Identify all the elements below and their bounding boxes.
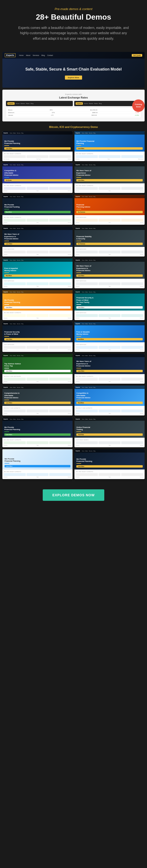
demo-body-1: WE ARE READY EXPERTS Our ServicesOur Tea… [2,152,73,161]
demo-services-10 [76,282,143,285]
demo-body-9: OUR SERVICES ServicesTeamContact [2,279,73,288]
service-item-4 [76,155,98,158]
demo-section-2: WE ARE READY EXPERTS [76,153,143,154]
service-item-19 [4,250,26,253]
hero-nav-links: Home About Services Blog Contact [19,55,53,56]
demo-row-3: Experts HomeAboutServicesBlog We Provide… [2,195,145,225]
exchange-card-2: Experts HomeMarketRatesBlog [74,101,141,106]
demo-services-1 [4,155,71,158]
service-item-37 [4,346,26,349]
demo-services-2 [76,155,143,158]
demo-services-8 [76,250,143,253]
demo-labels-4: ServicesTeamContact [76,190,143,191]
demo-hero-11: Experts HomeAboutServicesBlog We Provide… [2,290,73,311]
demo-accent-21 [4,463,9,464]
exchange-wrapper: Experts comes with Latest Exchange Rates… [0,90,147,121]
service-item-21 [49,250,71,253]
demo-content-1: We ProvideFinancIal Planning Learn More [2,131,73,152]
demo-card-4[interactable]: Experts HomeAboutServicesBlog We Have Ye… [74,163,145,193]
demo-card-17[interactable]: Experts HomeAboutServicesBlog Comprehens… [2,385,73,415]
exchange-row-2: EthereumETH$890.00-1.2% [7,112,140,114]
demo-labels-6: ServicesTeamContact [76,222,143,223]
demo-section-20: FEATURED DEMOS [76,439,143,441]
demo-card-16[interactable]: Experts HomeAboutServicesBlog We Have Ye… [74,354,145,384]
demo-card-9[interactable]: Experts HomeAboutServicesBlog Free & Imp… [2,258,73,288]
demo-card-20[interactable]: Experts HomeAboutServicesBlog Online Fin… [74,417,145,447]
demo-content-14: Free & ValuableMoney Advice Read More [74,322,145,342]
demo-card-18[interactable]: Experts HomeAboutServicesBlog Competitiv… [74,385,145,415]
demo-btn-2: Learn More [76,147,143,150]
demo-labels-13: ServicesTeamContact [4,349,71,350]
hero-cta[interactable]: Explore More [65,75,82,80]
service-item-63 [49,473,71,476]
service-item-29 [99,282,120,285]
service-item-25 [4,282,26,285]
service-item-62 [27,473,48,476]
hero-logo: Experts [5,53,15,57]
demo-accent-5 [4,209,9,209]
demo-btn-15: Learn More [4,370,71,372]
bottom-cta: EXPLORE DEMOS NOW [0,482,147,510]
demo-text-17: Comprehensive &AffordableFinancial Advic… [4,392,71,399]
demo-card-8[interactable]: Experts HomeAboutServicesBlog Financial … [74,227,145,256]
demo-text-13: Financial Security& Peace of Mind [4,331,71,336]
demo-hero-1: Experts HomeAboutServicesBlog We Provide… [2,131,73,152]
demo-text-5: We ProvideFinancial Funding [4,204,71,209]
demo-section-21: WE ARE READY EXPERTS [4,471,71,472]
demo-card-14[interactable]: Experts HomeAboutServicesBlog Free & Val… [74,322,145,352]
service-item-3 [49,155,71,158]
demo-body-18: RECRUIT OUR EXPERTS ServicesTeamContact [74,406,145,415]
demo-card-7[interactable]: Experts HomeAboutServicesBlog We Have Ye… [2,227,73,256]
demo-card-1[interactable]: Experts HomeAboutServicesBlog We Provide… [2,131,73,161]
service-item-35 [99,314,120,317]
demo-accent-6 [76,209,81,209]
demo-hero-16: Experts HomeAboutServicesBlog We Have Ye… [74,354,145,374]
service-item-49 [4,409,26,412]
demo-labels-21: ServicesTeamContact [4,476,71,477]
demo-services-22 [76,473,143,476]
demo-btn-17: Learn More [4,402,71,404]
service-item-15 [49,219,71,222]
subtitle: Experts comes with a beautiful collectio… [16,25,131,41]
demo-card-11[interactable]: Experts HomeAboutServicesBlog We Provide… [2,290,73,320]
demo-labels-2: ServicesTeamTestimonials [76,158,143,160]
demo-card-21[interactable]: Experts HomeAboutServicesBlog We Provide… [2,449,73,479]
demo-section-8: OUR SERVICES [76,248,143,250]
service-item-46 [76,378,98,380]
demo-labels-12: ServicesTeamContact [76,317,143,319]
demo-hero-3: Experts HomeAboutServicesBlog Competitiv… [2,163,73,183]
demo-services-9 [4,282,71,285]
demo-card-3[interactable]: Experts HomeAboutServicesBlog Competitiv… [2,163,73,193]
service-item-22 [76,250,98,253]
service-item-57 [49,441,71,444]
demo-btn-8: Our Services [76,243,143,245]
demo-card-12[interactable]: Experts HomeAboutServicesBlog Financial … [74,290,145,320]
demo-body-6: OUR SERVICES ServicesTeamContact [74,215,145,225]
demo-labels-15: ServicesTeamContact [4,381,71,382]
demo-btn-13: Learn More [4,338,71,340]
demo-card-15[interactable]: Experts HomeAboutServicesBlog Top Adviso… [2,354,73,384]
demo-section-14: OUR SERVICES [76,344,143,345]
demo-card-5[interactable]: Experts HomeAboutServicesBlog We Provide… [2,195,73,225]
service-item-17 [99,219,120,222]
service-item-64 [76,473,98,476]
demo-card-19[interactable]: Experts HomeAboutServicesBlog We Provide… [2,417,73,447]
demo-row-10: Experts HomeAboutServicesBlog We Provide… [2,417,145,447]
hero-nav: Experts Home About Services Blog Contact… [2,52,145,59]
explore-btn[interactable]: EXPLORE DEMOS NOW [43,489,104,501]
coming-soon-badge: ComingSoon [132,99,145,112]
demo-card-2[interactable]: Experts HomeAboutServicesBlog We Provide… [74,131,145,161]
demo-services-17 [4,409,71,412]
demo-text-1: We ProvideFinancIal Planning [4,140,71,145]
demo-text-11: We ProvideFinancial Planning [4,299,71,304]
demo-card-10[interactable]: Experts HomeAboutServicesBlog We Have Ye… [74,258,145,288]
demo-card-22[interactable]: Experts HomeAboutServicesBlog We Provide… [74,449,145,479]
demo-accent-7 [4,241,9,241]
hero-nav-btn[interactable]: Get Quote [132,54,142,57]
demo-card-6[interactable]: Experts HomeAboutServicesBlog FinancialP… [74,195,145,225]
service-item-54 [121,409,143,412]
demo-section-5: WE ARE READY EXPERTS [4,217,71,218]
demo-card-13[interactable]: Experts HomeAboutServicesBlog Financial … [2,322,73,352]
demo-hero-19: Experts HomeAboutServicesBlog We Provide… [2,417,73,438]
demo-services-20 [76,441,143,444]
